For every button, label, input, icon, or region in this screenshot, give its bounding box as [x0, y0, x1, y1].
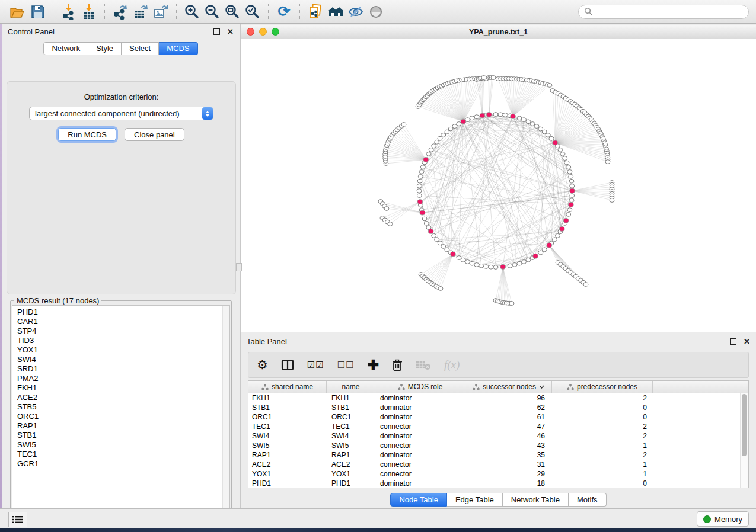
tab-select[interactable]: Select — [122, 42, 159, 55]
mcds-result-item[interactable]: SRD1 — [17, 364, 229, 374]
table-cell: 35 — [465, 451, 552, 459]
export-image-icon[interactable] — [151, 2, 171, 21]
select-all-icon[interactable]: ☑☑ — [307, 357, 324, 373]
table-row[interactable]: PHD1PHD1dominator180 — [248, 479, 748, 488]
column-header-shared-name[interactable]: shared name — [248, 381, 327, 393]
table-row[interactable]: SWI5SWI5connector431 — [248, 441, 748, 450]
network-title: YPA_prune.txt_1 — [241, 28, 756, 36]
mcds-result-item[interactable]: YOX1 — [17, 345, 229, 355]
table-row[interactable]: YOX1YOX1connector291 — [248, 469, 748, 479]
zoom-out-icon[interactable] — [202, 2, 222, 21]
close-panel-icon[interactable]: ✕ — [744, 339, 750, 344]
table-row[interactable]: FKH1FKH1dominator962 — [248, 393, 748, 403]
close-panel-icon[interactable]: ✕ — [227, 29, 234, 34]
export-table-icon[interactable] — [130, 2, 151, 21]
table-row[interactable]: SWI4SWI4dominator462 — [248, 431, 748, 441]
tab-style[interactable]: Style — [88, 42, 122, 55]
mcds-result-group: MCDS result (17 nodes) PHD1CAR1STP4TID3Y… — [10, 300, 232, 521]
tab-network[interactable]: Network — [43, 42, 88, 55]
mcds-result-item[interactable]: PMA2 — [17, 374, 229, 383]
column-header-successor-nodes[interactable]: successor nodes — [465, 381, 552, 393]
table-cell: TEC1 — [248, 422, 327, 431]
memory-button[interactable]: Memory — [697, 511, 749, 527]
vertical-splitter-grip[interactable] — [236, 263, 242, 271]
float-panel-icon[interactable] — [213, 28, 220, 35]
table-options-gear-icon[interactable]: ⚙ — [257, 357, 268, 373]
table-cell: FKH1 — [248, 394, 327, 402]
node-table-header: shared namenameMCDS rolesuccessor nodesp… — [248, 381, 748, 393]
table-cell: SWI5 — [327, 441, 375, 450]
network-window-titlebar[interactable]: YPA_prune.txt_1 — [241, 25, 756, 39]
mcds-result-item[interactable]: SWI4 — [17, 355, 229, 364]
table-cell: 47 — [465, 422, 552, 431]
mcds-list-scrollbar[interactable] — [222, 306, 229, 519]
mcds-result-item[interactable]: TID3 — [17, 336, 229, 345]
mcds-result-item[interactable]: STP4 — [17, 326, 229, 336]
mcds-result-item[interactable]: RAP1 — [17, 421, 229, 431]
zoom-fit-icon[interactable] — [222, 2, 243, 21]
delete-table-icon — [416, 357, 431, 373]
column-header-MCDS-role[interactable]: MCDS role — [375, 381, 465, 393]
optimization-criterion-select[interactable]: largest connected component (undirected) — [29, 107, 213, 120]
search-field[interactable] — [578, 5, 749, 19]
open-session-icon[interactable] — [7, 2, 27, 21]
import-table-icon[interactable] — [79, 2, 99, 21]
table-cell: 61 — [465, 413, 552, 421]
mcds-options-panel: Optimization criterion: largest connecte… — [7, 81, 236, 294]
table-row[interactable]: TEC1TEC1connector472 — [248, 422, 748, 431]
mcds-result-item[interactable]: FKH1 — [17, 383, 229, 393]
table-scrollbar[interactable] — [740, 393, 748, 488]
first-neighbors-icon[interactable] — [326, 2, 346, 21]
search-input[interactable] — [596, 7, 743, 17]
zoom-selected-icon[interactable] — [243, 2, 263, 21]
tab-edge-table[interactable]: Edge Table — [447, 493, 503, 507]
export-network-icon[interactable] — [110, 2, 130, 21]
close-panel-button[interactable]: Close panel — [125, 128, 184, 141]
mcds-result-item[interactable]: SWI5 — [17, 440, 229, 450]
mcds-result-item[interactable]: ACE2 — [17, 393, 229, 402]
mcds-result-item[interactable]: ORC1 — [17, 412, 229, 421]
attribute-type-icon — [567, 384, 574, 390]
clone-network-icon[interactable] — [305, 2, 326, 21]
delete-trash-icon[interactable] — [392, 357, 403, 373]
table-scrollbar-thumb[interactable] — [742, 394, 747, 456]
sort-desc-icon — [539, 385, 544, 389]
hide-selected-icon[interactable] — [346, 2, 366, 21]
column-header-predecessor-nodes[interactable]: predecessor nodes — [552, 381, 653, 393]
apply-layout-icon[interactable]: ⟳ — [274, 2, 294, 21]
run-mcds-button[interactable]: Run MCDS — [58, 128, 116, 141]
search-icon — [584, 7, 593, 16]
mcds-result-item[interactable]: GCR1 — [17, 459, 229, 469]
mcds-result-item[interactable]: STB5 — [17, 402, 229, 412]
tab-motifs[interactable]: Motifs — [569, 493, 607, 507]
import-network-icon[interactable] — [59, 2, 79, 21]
table-row[interactable]: RAP1RAP1dominator352 — [248, 450, 748, 460]
tab-network-table[interactable]: Network Table — [503, 493, 569, 507]
column-header-name[interactable]: name — [327, 381, 375, 393]
log-console-button[interactable] — [8, 512, 27, 527]
mcds-result-list[interactable]: PHD1CAR1STP4TID3YOX1SWI4SRD1PMA2FKH1ACE2… — [12, 305, 230, 520]
table-row[interactable]: STB1STB1dominator620 — [248, 403, 748, 412]
mcds-result-item[interactable]: TEC1 — [17, 450, 229, 459]
mcds-result-item[interactable]: CAR1 — [17, 317, 229, 326]
deselect-all-icon[interactable]: ☐☐ — [337, 357, 355, 373]
add-row-plus-icon[interactable]: ✚ — [368, 357, 379, 373]
table-cell: 31 — [465, 460, 552, 469]
zoom-in-icon[interactable] — [182, 2, 202, 21]
table-row[interactable]: ACE2ACE2connector311 — [248, 460, 748, 469]
table-cell: STB1 — [248, 403, 327, 412]
mcds-result-item[interactable]: STB1 — [17, 431, 229, 440]
table-cell: 1 — [552, 441, 653, 450]
tab-node-table[interactable]: Node Table — [390, 493, 447, 507]
table-row[interactable]: ORC1ORC1dominator610 — [248, 412, 748, 422]
table-tabs: Node Table Edge Table Network Table Moti… — [241, 493, 756, 507]
float-panel-icon[interactable] — [730, 338, 736, 345]
show-columns-icon[interactable] — [281, 357, 294, 373]
tab-mcds[interactable]: MCDS — [159, 42, 197, 55]
node-table: shared namenameMCDS rolesuccessor nodesp… — [248, 380, 749, 488]
show-all-icon[interactable] — [366, 2, 386, 21]
attribute-type-icon — [261, 384, 269, 390]
save-session-icon[interactable] — [27, 2, 47, 21]
network-graph[interactable] — [241, 39, 756, 332]
mcds-result-item[interactable]: PHD1 — [17, 307, 229, 317]
